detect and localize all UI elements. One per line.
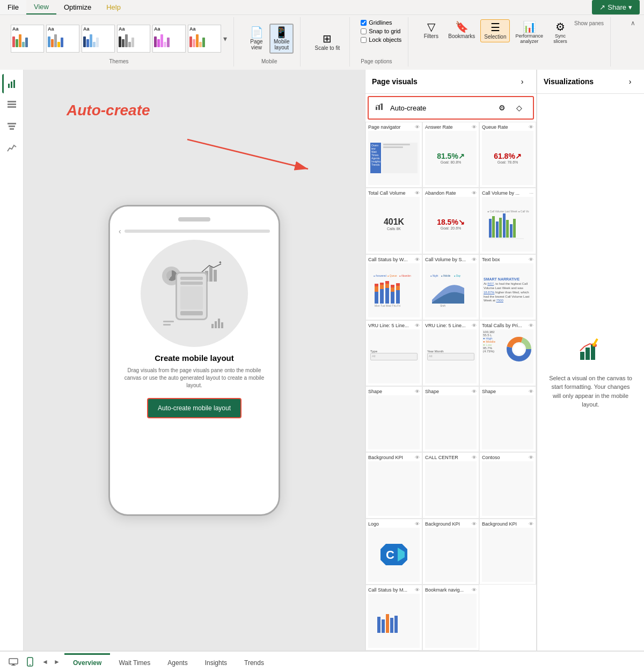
page-view-label: Pageview xyxy=(250,39,262,50)
theme-6[interactable]: Aa xyxy=(188,25,221,53)
svg-rect-46 xyxy=(391,287,394,292)
phone-mockup: ✦ xyxy=(162,256,226,331)
collapse-ribbon-btn[interactable]: ∧ xyxy=(626,17,640,29)
svg-rect-38 xyxy=(375,284,378,286)
visual-bg-kpi-1[interactable]: Background KPI 👁 xyxy=(365,452,422,518)
theme-3[interactable]: Aa xyxy=(82,25,115,53)
selection-btn[interactable]: ☰ Selection xyxy=(480,19,510,42)
nav-next-btn[interactable]: ► xyxy=(52,656,62,667)
vi-thumb-16 xyxy=(425,461,477,515)
visual-total-calls-priority[interactable]: Total Calls by Pri... 👁 100,382 55.5 L ●… xyxy=(479,320,536,386)
viz-desc-text: Select a visual on the canvas to start f… xyxy=(548,374,633,409)
vi-thumb-10: Year Month All xyxy=(425,329,477,383)
bookmarks-btn[interactable]: 🔖 Bookmarks xyxy=(445,19,478,41)
tab-view[interactable]: View xyxy=(26,0,56,14)
share-button[interactable]: ↗ Share ▾ xyxy=(592,0,640,14)
visual-call-center[interactable]: CALL CENTER 👁 xyxy=(422,452,479,518)
theme-5[interactable]: Aa xyxy=(152,25,186,53)
inner-phone xyxy=(175,272,208,320)
page-view-btn[interactable]: 📄 Pageview xyxy=(245,25,268,53)
panel-clear-icon[interactable]: ◇ xyxy=(511,100,526,115)
vi-name-20: Background KPI xyxy=(482,521,529,527)
mobile-layout-btn[interactable]: 📱 Mobilelayout xyxy=(269,24,294,54)
panel-filter-icon[interactable]: ⚙ xyxy=(494,100,509,115)
themes-dropdown[interactable]: ▾ xyxy=(223,34,227,43)
desktop-view-btn[interactable] xyxy=(4,656,23,668)
sidebar-icon-layers[interactable] xyxy=(2,117,21,136)
visual-call-volume-by[interactable]: Call Volume by ... ··· ● Call Volume Las… xyxy=(479,188,536,254)
visual-call-status-week[interactable]: Call Status by W... 👁 ● Answered ● Queue… xyxy=(365,254,422,320)
tab-trends[interactable]: Trends xyxy=(236,653,273,671)
vi-thumb-3: 401K Calls 8K xyxy=(368,197,420,251)
theme-4[interactable]: Aa xyxy=(117,25,150,53)
visual-queue-rate[interactable]: Queue Rate 👁 61.8%↗ Goal: 78.6% xyxy=(479,122,536,188)
visual-shape-1[interactable]: Shape 👁 xyxy=(365,386,422,452)
filters-btn[interactable]: ▽ Filters xyxy=(419,19,443,41)
sidebar-icon-table[interactable] xyxy=(2,95,21,115)
visual-bookmark-nav[interactable]: Bookmark navig... 👁 xyxy=(422,585,479,651)
lock-objects-row: Lock objects xyxy=(361,36,401,43)
vi-header-9: VRU Line: 5 Line... 👁 xyxy=(368,323,420,328)
vi-name-16: CALL CENTER xyxy=(425,455,472,460)
visual-call-volume-shift[interactable]: Call Volume by S... 👁 ● Night ● Mobile ●… xyxy=(422,254,479,320)
scale-to-fit-btn[interactable]: ⊞ Scale to fit xyxy=(311,31,343,53)
scale-icon: ⊞ xyxy=(323,33,332,44)
svg-rect-69 xyxy=(586,348,590,360)
visual-answer-rate[interactable]: Answer Rate 👁 81.5%↗ Goal: 80.8% xyxy=(422,122,479,188)
gridlines-checkbox[interactable] xyxy=(361,20,367,26)
visual-vru-line-1[interactable]: VRU Line: 5 Line... 👁 Type All xyxy=(365,320,422,386)
visual-bg-kpi-3[interactable]: Background KPI 👁 xyxy=(479,519,536,585)
view-option-items: 📄 Pageview 📱 Mobilelayout xyxy=(245,19,294,57)
visual-abandon-rate[interactable]: Abandon Rate 👁 18.5%↘ Goal: 20.6% xyxy=(422,188,479,254)
svg-rect-30 xyxy=(510,224,513,238)
visual-text-box[interactable]: Text box 👁 SMART NARRATIVE At 8/07, to h… xyxy=(479,254,536,320)
performance-btn[interactable]: 📊 Performanceanalyzer xyxy=(512,19,546,46)
tab-overview[interactable]: Overview xyxy=(64,653,110,671)
visual-shape-2[interactable]: Shape 👁 xyxy=(422,386,479,452)
vi-eye-20: 👁 xyxy=(529,521,533,527)
snap-to-grid-checkbox[interactable] xyxy=(361,28,367,34)
sidebar-icon-analytics[interactable] xyxy=(2,138,21,158)
vi-eye-21: 👁 xyxy=(415,587,420,593)
visual-vru-line-2[interactable]: VRU Line: 5 Line... 👁 Year Month All xyxy=(422,320,479,386)
lock-objects-checkbox[interactable] xyxy=(361,37,367,43)
theme-1[interactable]: Aa xyxy=(11,25,44,53)
tab-help[interactable]: Help xyxy=(99,0,128,14)
nav-prev-btn[interactable]: ◄ xyxy=(40,656,50,667)
svg-text:● Day: ● Day xyxy=(454,275,461,277)
theme-2[interactable]: Aa xyxy=(46,25,79,53)
vi-header-0: Page navigator 👁 xyxy=(368,124,420,130)
vi-thumb-4: 18.5%↘ Goal: 20.6% xyxy=(425,197,477,251)
vi-eye-15: 👁 xyxy=(415,455,420,460)
scale-items: ⊞ Scale to fit xyxy=(311,19,343,64)
tab-wait-times[interactable]: Wait Times xyxy=(110,653,159,671)
themes-label: Themes xyxy=(109,57,128,64)
mobile-view-btn[interactable] xyxy=(23,655,38,669)
tab-insights[interactable]: Insights xyxy=(196,653,236,671)
vi-name-7: Call Volume by S... xyxy=(425,257,472,262)
tab-file[interactable]: File xyxy=(0,0,26,14)
sync-slicers-btn[interactable]: ⚙ Syncslicers xyxy=(548,19,572,46)
svg-text:● Abandon: ● Abandon xyxy=(399,275,411,277)
visual-total-call-volume[interactable]: Total Call Volume 👁 401K Calls 8K xyxy=(365,188,422,254)
tab-optimize[interactable]: Optimize xyxy=(56,0,99,14)
page-visuals-title: Page visuals xyxy=(372,77,418,86)
visual-call-status-month[interactable]: Call Status by M... 👁 xyxy=(365,585,422,651)
vi-header-1: Answer Rate 👁 xyxy=(425,124,477,130)
visual-page-navigator[interactable]: Page navigator 👁 OverviewWaitTimesAgents… xyxy=(365,122,422,188)
panel-expand-btn[interactable]: › xyxy=(515,74,530,89)
auto-create-header-content: Auto-create xyxy=(375,102,426,113)
visual-contoso[interactable]: Contoso 👁 xyxy=(479,452,536,518)
vi-eye-7: 👁 xyxy=(472,257,477,262)
tab-agents[interactable]: Agents xyxy=(159,653,196,671)
auto-create-header-row[interactable]: Auto-create ⚙ ◇ xyxy=(368,96,534,120)
sidebar-icon-chart[interactable] xyxy=(2,74,21,93)
visual-bg-kpi-2[interactable]: Background KPI 👁 xyxy=(422,519,479,585)
share-chevron-icon: ▾ xyxy=(628,3,632,11)
auto-create-mobile-btn[interactable]: Auto-create mobile layout xyxy=(147,398,241,418)
viz-expand-btn[interactable]: › xyxy=(623,74,638,89)
svg-rect-37 xyxy=(375,286,378,292)
visual-shape-3[interactable]: Shape 👁 xyxy=(479,386,536,452)
visual-logo[interactable]: Logo 👁 C xyxy=(365,519,422,585)
vi-header-15: Background KPI 👁 xyxy=(368,455,420,460)
